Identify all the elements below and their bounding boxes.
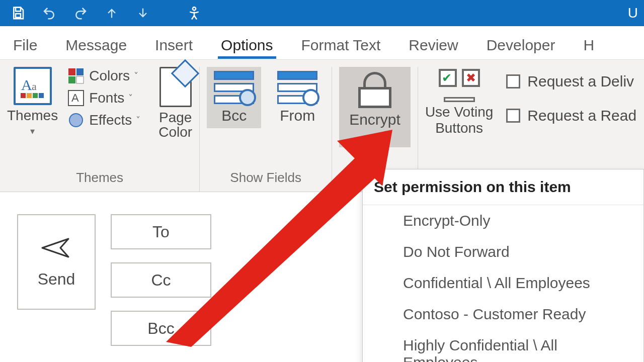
- svg-rect-7: [33, 93, 38, 98]
- tab-message[interactable]: Message: [62, 32, 130, 59]
- svg-rect-8: [39, 93, 44, 98]
- page-color-button[interactable]: Page Color: [158, 67, 192, 140]
- bcc-label: Bcc: [147, 319, 174, 338]
- svg-text:A: A: [21, 76, 32, 93]
- title-bar: U: [0, 0, 644, 26]
- colors-label: Colors: [89, 68, 130, 84]
- up-arrow-icon[interactable]: [103, 4, 121, 22]
- chevron-down-icon: ▾: [373, 131, 377, 142]
- chevron-down-icon: ˅: [128, 93, 133, 104]
- svg-point-2: [193, 7, 196, 10]
- cc-button[interactable]: Cc: [111, 262, 211, 298]
- svg-text:A: A: [71, 92, 79, 104]
- tab-format-text[interactable]: Format Text: [298, 32, 384, 59]
- bcc-button[interactable]: Bcc: [111, 311, 211, 346]
- colors-button[interactable]: Colors ˅: [67, 67, 140, 85]
- ribbon-tabstrip: File Message Insert Options Format Text …: [0, 26, 644, 59]
- request-delivery-label: Request a Deliv: [527, 73, 634, 90]
- fonts-button[interactable]: A Fonts ˅: [67, 89, 140, 107]
- request-read-receipt[interactable]: Request a Read: [506, 107, 636, 124]
- group-themes: A a Themes ▾ Colors ˅: [0, 67, 200, 192]
- down-arrow-icon[interactable]: [134, 4, 152, 22]
- tab-insert[interactable]: Insert: [152, 32, 196, 59]
- cc-label: Cc: [151, 271, 171, 290]
- from-toggle-button[interactable]: From: [270, 67, 325, 128]
- from-field-icon: [277, 71, 317, 104]
- effects-icon: [67, 111, 85, 129]
- themes-button[interactable]: A a Themes ▾: [7, 67, 58, 137]
- dropdown-item-highly-confidential[interactable]: Highly Confidential \ All Employees: [363, 330, 643, 362]
- tab-review[interactable]: Review: [406, 32, 461, 59]
- tab-help[interactable]: H: [580, 32, 597, 59]
- request-delivery-receipt[interactable]: Request a Deliv: [506, 73, 636, 90]
- dropdown-item-do-not-forward[interactable]: Do Not Forward: [363, 236, 643, 267]
- to-label: To: [152, 223, 170, 241]
- svg-rect-6: [27, 93, 32, 98]
- chevron-down-icon: ˅: [136, 115, 140, 126]
- send-icon: [40, 236, 72, 260]
- fonts-label: Fonts: [89, 90, 124, 106]
- accessibility-icon[interactable]: [185, 4, 203, 22]
- encrypt-label: Encrypt: [349, 111, 400, 128]
- page-color-label: Page Color: [158, 110, 192, 140]
- tab-file[interactable]: File: [10, 32, 40, 59]
- send-label: Send: [38, 270, 75, 289]
- send-button[interactable]: Send: [17, 214, 96, 310]
- from-label: From: [280, 107, 315, 124]
- dropdown-item-contoso-customer[interactable]: Contoso - Customer Ready: [363, 299, 643, 330]
- chevron-down-icon: ▾: [30, 126, 35, 137]
- dropdown-item-encrypt-only[interactable]: Encrypt-Only: [363, 205, 643, 236]
- effects-label: Effects: [89, 112, 132, 128]
- checkbox-icon: [506, 109, 520, 123]
- voting-label: Use Voting Buttons: [425, 104, 493, 136]
- svg-rect-12: [76, 76, 84, 83]
- themes-icon: A a: [14, 67, 52, 105]
- page-color-icon: [159, 67, 192, 107]
- group-show-fields: Bcc From Show Fields: [200, 67, 332, 192]
- quick-access-toolbar: [9, 4, 203, 22]
- svg-rect-1: [16, 14, 21, 18]
- title-right-text: U: [628, 5, 638, 21]
- voting-icon: ✔✖: [437, 67, 482, 102]
- colors-icon: [67, 67, 85, 85]
- svg-rect-10: [76, 68, 84, 75]
- redo-icon[interactable]: [71, 4, 90, 22]
- themes-label: Themes: [7, 108, 58, 123]
- group-label-themes: Themes: [76, 170, 123, 189]
- fonts-icon: A: [67, 89, 85, 107]
- request-read-label: Request a Read: [527, 107, 636, 124]
- to-button[interactable]: To: [111, 214, 211, 249]
- encrypt-dropdown: Set permission on this item Encrypt-Only…: [362, 169, 644, 362]
- bcc-field-icon: [214, 71, 254, 104]
- encrypt-button[interactable]: Encrypt ▾: [339, 67, 411, 147]
- dropdown-item-confidential-all[interactable]: Confidential \ All Employees: [363, 267, 643, 299]
- svg-point-15: [69, 114, 83, 127]
- undo-icon[interactable]: [40, 4, 58, 22]
- group-label-show-fields: Show Fields: [230, 170, 301, 189]
- bcc-toggle-button[interactable]: Bcc: [207, 67, 261, 128]
- svg-rect-0: [16, 8, 21, 12]
- chevron-down-icon: ˅: [134, 70, 138, 81]
- svg-text:a: a: [32, 80, 37, 93]
- lock-icon: [356, 72, 393, 108]
- bcc-label: Bcc: [221, 107, 247, 124]
- svg-rect-9: [68, 68, 75, 75]
- checkbox-icon: [506, 74, 520, 88]
- dropdown-header: Set permission on this item: [363, 169, 643, 205]
- effects-button[interactable]: Effects ˅: [67, 111, 140, 129]
- svg-rect-5: [21, 93, 26, 98]
- use-voting-buttons[interactable]: ✔✖ Use Voting Buttons: [425, 67, 493, 136]
- svg-rect-11: [68, 76, 75, 83]
- save-icon[interactable]: [9, 4, 27, 22]
- tab-options[interactable]: Options: [218, 32, 276, 59]
- tab-developer[interactable]: Developer: [484, 32, 558, 59]
